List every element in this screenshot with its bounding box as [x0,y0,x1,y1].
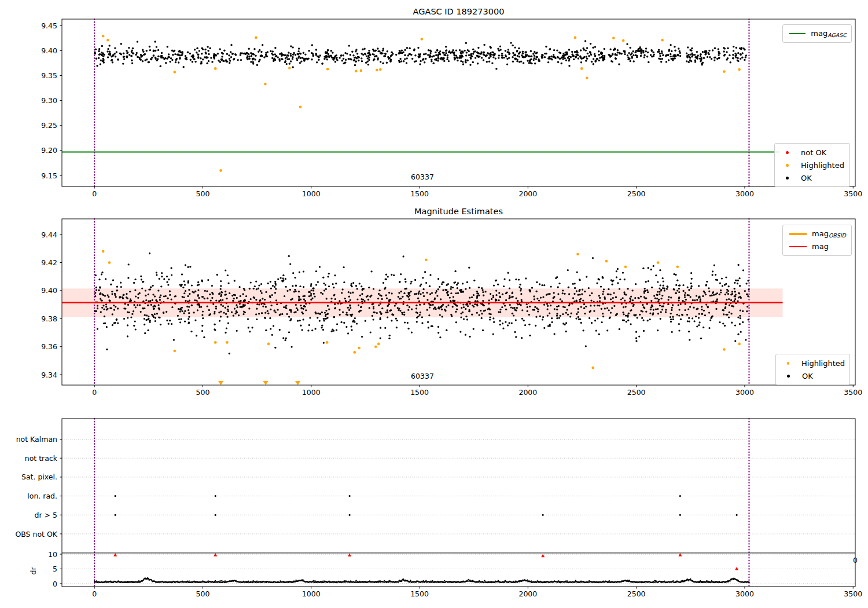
scatter-point-ok [447,56,448,58]
scatter-point-ok [184,310,186,312]
scatter-point-ok [439,58,441,60]
scatter-point-ok [304,53,306,55]
scatter-point-ok [210,299,212,301]
scatter-point-ok [345,326,347,328]
scatter-point-ok [236,330,238,332]
scatter-point-ok [435,52,436,53]
scatter-point-ok [670,313,672,314]
scatter-point-ok [718,54,719,56]
scatter-point-ok [437,60,439,61]
scatter-point-ok [274,281,276,283]
scatter-point-ok [187,309,189,311]
scatter-point-ok [228,54,230,56]
scatter-point-ok [622,297,624,299]
scatter-point-ok [740,310,741,312]
scatter-point-ok [495,57,496,59]
scatter-point-ok [503,285,505,287]
scatter-point-ok [355,61,356,63]
scatter-point-ok [308,57,310,59]
scatter-point-ok [319,54,321,56]
scatter-point-ok [576,271,578,273]
scatter-point-ok [642,50,644,52]
scatter-point-ok [354,57,355,58]
scatter-point-ok [564,57,566,59]
scatter-point-ok [346,312,348,313]
scatter-point-ok [677,54,679,56]
scatter-point-ok [299,62,301,64]
scatter-point-ok [303,52,304,54]
scatter-point-ok [421,316,423,318]
scatter-point-ok [509,304,511,306]
scatter-point-ok [734,340,736,342]
scatter-point-ok [314,295,316,297]
scatter-point-ok [264,299,266,301]
scatter-point-ok [678,291,680,293]
scatter-point-ok [529,59,531,61]
scatter-point-ok [380,338,381,339]
scatter-point-ok [495,299,497,301]
scatter-point-ok [428,327,429,328]
scatter-point-ok [111,59,113,61]
scatter-point-ok [509,322,510,324]
scatter-point-ok [488,299,490,301]
scatter-point-ok [732,57,734,59]
scatter-point-ok [420,293,422,295]
scatter-point-ok [228,282,230,284]
scatter-point-ok [361,285,362,287]
scatter-point-ok [368,287,370,288]
scatter-point-ok [265,306,267,307]
scatter-point-ok [468,54,470,56]
scatter-point-ok [280,277,282,279]
scatter-point-ok [703,327,704,328]
scatter-point-ok [429,304,431,306]
scatter-point-ok [380,52,382,54]
scatter-point-ok [737,52,739,54]
scatter-point-ok [260,55,262,57]
scatter-point-ok [650,54,652,56]
scatter-point-ok [534,51,535,53]
scatter-point-ok [652,312,654,314]
scatter-point-ok [594,55,596,57]
scatter-point-ok [719,282,721,284]
scatter-point-ok [380,313,382,315]
scatter-point-ok [683,290,685,292]
scatter-point-ok [604,55,605,57]
scatter-point-ok [657,313,659,314]
scatter-point-ok [126,50,127,52]
scatter-point-ok [594,305,595,306]
scatter-point-ok [649,318,651,320]
scatter-point-ok [171,267,172,269]
scatter-point-ok [567,309,568,310]
flags-panel [62,419,855,587]
flag-event-dot [349,514,351,516]
scatter-point-ok [671,309,672,311]
scatter-point-ok [303,59,305,61]
scatter-point-ok [634,314,636,316]
scatter-point-ok [311,290,312,291]
scatter-point-ok [226,298,227,299]
scatter-point-ok [687,320,689,322]
scatter-point-ok [497,284,499,285]
scatter-point-ok [371,270,373,272]
scatter-point-ok [323,342,325,344]
scatter-point-ok [726,314,728,316]
scatter-point-ok [489,309,491,310]
scatter-point-ok [373,306,374,307]
scatter-point-ok [672,318,674,320]
middle-obsid-label: 60337 [405,372,440,380]
scatter-point-ok [661,50,663,52]
scatter-point-ok [430,50,432,52]
scatter-point-ok [713,294,715,296]
scatter-point-ok [732,54,734,56]
scatter-point-ok [101,45,103,47]
scatter-point-ok [502,328,504,329]
scatter-point-highlighted [326,68,329,71]
scatter-point-ok [701,306,703,307]
scatter-point-ok [462,56,464,57]
scatter-point-ok [123,56,124,58]
scatter-point-ok [617,268,619,270]
scatter-point-ok [529,290,531,291]
scatter-point-ok [417,316,419,317]
scatter-point-ok [402,296,403,298]
scatter-point-ok [290,55,292,57]
